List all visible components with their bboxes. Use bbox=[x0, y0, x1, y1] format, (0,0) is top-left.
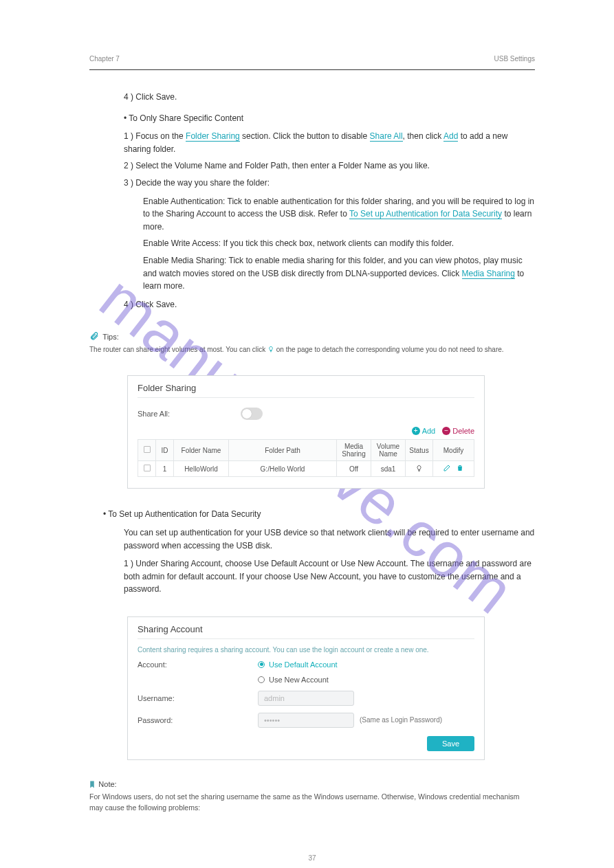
t: Use New Account bbox=[294, 572, 359, 581]
bookmark-icon bbox=[89, 781, 95, 788]
col-status: Status bbox=[406, 440, 433, 461]
bulb-icon bbox=[267, 346, 274, 353]
minus-icon: − bbox=[442, 427, 450, 435]
step4-prev: 4 ) Click bbox=[124, 92, 156, 102]
sharing-account-panel: Sharing Account Content sharing requires… bbox=[127, 616, 485, 760]
t: Enable Authentication bbox=[143, 197, 223, 206]
col-volname: Volume Name bbox=[371, 440, 406, 461]
folder-sharing-title: Folder Sharing bbox=[138, 383, 474, 398]
section-title: USB Settings bbox=[494, 55, 535, 63]
radio-new-account[interactable] bbox=[258, 676, 265, 683]
t: Use New Account bbox=[341, 559, 406, 568]
t: 2 ) Select the bbox=[124, 161, 175, 170]
cell-status[interactable] bbox=[406, 461, 433, 477]
cell-id: 1 bbox=[156, 461, 174, 477]
t: . bbox=[175, 300, 177, 309]
t: admin bbox=[142, 572, 165, 581]
tips-text-a: The router can share eight volumes at mo… bbox=[89, 346, 267, 353]
delete-button[interactable]: − Delete bbox=[442, 427, 474, 435]
auth-section: • To Set up Authentication for Data Secu… bbox=[89, 508, 535, 596]
username-label: Username: bbox=[138, 694, 258, 702]
row-checkbox[interactable] bbox=[144, 465, 151, 471]
t: for default account. If your choose bbox=[164, 572, 293, 581]
delete-label: Delete bbox=[452, 427, 474, 435]
link-media-sharing[interactable]: Media Sharing bbox=[462, 269, 515, 279]
t: Enable Write Access bbox=[143, 238, 219, 248]
t: 1 ) Focus on the bbox=[124, 131, 186, 141]
link-auth-learn[interactable]: To Set up Authentication for Data Securi… bbox=[349, 209, 502, 219]
page-number: 37 bbox=[89, 854, 535, 862]
link-folder-sharing[interactable]: Folder Sharing bbox=[186, 131, 240, 142]
auth-desc: You can set up authentication for your U… bbox=[103, 526, 535, 552]
username-field[interactable]: admin bbox=[258, 691, 354, 706]
table-row: 1 HelloWorld G:/Hello World Off sda1 bbox=[138, 461, 474, 477]
cell-media: Off bbox=[337, 461, 371, 477]
t: section. Click the button to disable bbox=[242, 131, 369, 141]
t: Folder Name bbox=[338, 161, 386, 170]
save-button[interactable]: Save bbox=[427, 736, 474, 751]
t: , choose bbox=[221, 559, 254, 568]
share-all-label: Share All: bbox=[138, 410, 241, 418]
note-title: Note: bbox=[98, 780, 116, 788]
t: 1 ) Under bbox=[124, 559, 160, 568]
t: 4 ) Click bbox=[124, 300, 156, 309]
t: : If you tick this check box, network cl… bbox=[219, 238, 454, 248]
add-label: Add bbox=[422, 427, 436, 435]
t: : Tick to enable authentication for this… bbox=[223, 197, 384, 206]
step3: 3 ) Decide the way you share the folder: bbox=[124, 177, 535, 190]
t: , then click bbox=[403, 131, 443, 141]
t: Enable Media Sharing bbox=[143, 256, 224, 265]
t: Use Default Account bbox=[254, 559, 329, 568]
col-folderpath: Folder Path bbox=[229, 440, 337, 461]
link-add[interactable]: Add bbox=[443, 131, 458, 142]
radio-default-label: Use Default Account bbox=[269, 660, 338, 669]
link-share-all[interactable]: Share All bbox=[370, 131, 403, 142]
save-text: Save bbox=[156, 92, 175, 102]
select-all-checkbox[interactable] bbox=[144, 446, 151, 453]
auth-heading: • To Set up Authentication for Data Secu… bbox=[103, 508, 535, 521]
cell-modify bbox=[433, 461, 474, 477]
cell-path: G:/Hello World bbox=[229, 461, 337, 477]
radio-new-label: Use New Account bbox=[269, 676, 329, 684]
col-id: ID bbox=[156, 440, 174, 461]
page-header: Chapter 7 USB Settings bbox=[89, 55, 535, 65]
t: or bbox=[329, 559, 340, 568]
t: and bbox=[226, 161, 245, 170]
t: , then enter a bbox=[287, 161, 338, 170]
sharing-account-hint: Content sharing requires a sharing accou… bbox=[138, 646, 474, 654]
note-text: For Windows users, do not set the sharin… bbox=[89, 792, 535, 814]
cell-vol: sda1 bbox=[371, 461, 406, 477]
body-text: 4 ) Click Save. • To Only Share Specific… bbox=[89, 91, 535, 311]
add-button[interactable]: + Add bbox=[412, 427, 436, 435]
t: as you like. bbox=[386, 161, 430, 170]
t: Volume Name bbox=[175, 161, 226, 170]
col-media: Media Sharing bbox=[337, 440, 371, 461]
sharing-account-title: Sharing Account bbox=[138, 624, 474, 639]
radio-default-account[interactable] bbox=[258, 661, 265, 668]
note-block: Note: For Windows users, do not set the … bbox=[89, 779, 535, 814]
chapter-label: Chapter 7 bbox=[89, 55, 120, 63]
t: Folder Path bbox=[245, 161, 287, 170]
col-modify: Modify bbox=[433, 440, 474, 461]
cell-name: HelloWorld bbox=[174, 461, 229, 477]
trash-icon[interactable] bbox=[456, 466, 464, 474]
col-foldername: Folder Name bbox=[174, 440, 229, 461]
t: Sharing Account bbox=[160, 559, 220, 568]
t: access the USB disk. Refer to bbox=[237, 209, 349, 219]
edit-icon[interactable] bbox=[443, 466, 453, 474]
tips-block: Tips: The router can share eight volumes… bbox=[89, 331, 535, 355]
tips-title: Tips: bbox=[102, 333, 118, 341]
step4-suffix: . bbox=[175, 92, 177, 102]
t: Save bbox=[156, 300, 175, 309]
account-label: Account: bbox=[138, 660, 258, 669]
share-all-toggle[interactable] bbox=[241, 408, 263, 420]
paperclip-icon bbox=[89, 331, 99, 341]
folder-sharing-panel: Folder Sharing Share All: + Add − Delete… bbox=[127, 375, 485, 489]
password-note: (Same as Login Password) bbox=[360, 716, 442, 724]
bulb-icon bbox=[415, 465, 423, 472]
password-label: Password: bbox=[138, 716, 258, 724]
folder-table: ID Folder Name Folder Path Media Sharing… bbox=[138, 439, 474, 477]
plus-icon: + bbox=[412, 427, 420, 435]
tips-text-b: on the page to detach the corresponding … bbox=[276, 346, 504, 353]
password-field[interactable]: •••••• bbox=[258, 713, 354, 728]
